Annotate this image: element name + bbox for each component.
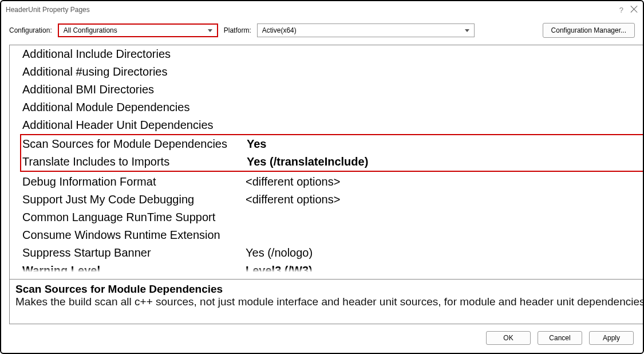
main-area: ◢Configuration Properties General Advanc…: [1, 45, 643, 324]
dialog-footer: OK Cancel Apply: [1, 324, 643, 353]
grid-row[interactable]: Common Language RunTime Support: [10, 209, 643, 226]
property-grid-wrap: Additional Include Directories Additiona…: [9, 45, 643, 324]
grid-row-translate-includes[interactable]: Translate Includes to ImportsYes (/trans…: [21, 153, 643, 171]
apply-button[interactable]: Apply: [589, 331, 634, 345]
close-icon[interactable]: [630, 6, 638, 14]
grid-row[interactable]: Additional Include Directories: [10, 45, 643, 63]
platform-label: Platform:: [224, 26, 251, 34]
description-pane: Scan Sources for Module Dependencies Mak…: [10, 279, 643, 324]
grid-row[interactable]: Warning LevelLevel3 (/W3): [10, 262, 643, 272]
configuration-value: All Configurations: [64, 26, 117, 34]
chevron-down-icon: [465, 29, 469, 32]
grid-row-scan-sources[interactable]: Scan Sources for Module DependenciesYes: [21, 135, 643, 153]
grid-row[interactable]: Additional Header Unit Dependencies: [10, 116, 643, 134]
property-grid[interactable]: Additional Include Directories Additiona…: [10, 45, 643, 279]
description-body: Makes the build scan all c++ sources, no…: [15, 296, 643, 308]
help-icon[interactable]: ?: [619, 6, 623, 14]
grid-row[interactable]: Additional BMI Directories: [10, 81, 643, 99]
platform-value: Active(x64): [262, 26, 297, 34]
configuration-manager-button[interactable]: Configuration Manager...: [543, 23, 635, 38]
grid-row[interactable]: Suppress Startup BannerYes (/nologo): [10, 244, 643, 262]
grid-row[interactable]: Consume Windows Runtime Extension: [10, 226, 643, 244]
grid-row[interactable]: Additional Module Dependencies: [10, 99, 643, 116]
ok-button[interactable]: OK: [486, 331, 531, 345]
title-bar: HeaderUnit Property Pages ?: [1, 1, 643, 18]
configuration-dropdown[interactable]: All Configurations: [58, 23, 218, 37]
highlighted-rows: Scan Sources for Module DependenciesYes …: [20, 134, 643, 172]
chevron-down-icon: [208, 29, 212, 32]
grid-row[interactable]: Additional #using Directories: [10, 63, 643, 81]
window-title: HeaderUnit Property Pages: [6, 6, 90, 14]
config-toolbar: Configuration: All Configurations Platfo…: [1, 18, 643, 45]
cancel-button[interactable]: Cancel: [538, 331, 582, 345]
description-title: Scan Sources for Module Dependencies: [15, 283, 643, 296]
grid-row[interactable]: Debug Information Format<different optio…: [10, 173, 643, 191]
platform-dropdown[interactable]: Active(x64): [257, 23, 475, 37]
grid-row[interactable]: Support Just My Code Debugging<different…: [10, 191, 643, 209]
configuration-label: Configuration:: [9, 26, 52, 34]
